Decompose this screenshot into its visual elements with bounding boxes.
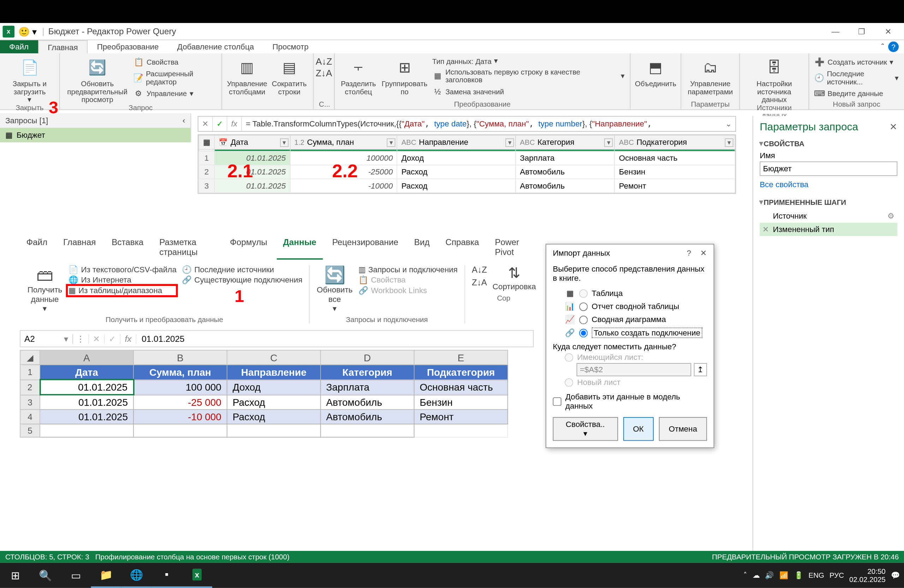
replace-values-button[interactable]: ½Замена значений [432,86,625,98]
table-row[interactable]: 301.01.2025-10000РасходАвтомобильРемонт [199,179,735,193]
excel-tab-data[interactable]: Данные [277,234,323,259]
cloud-icon[interactable]: ☁ [752,571,760,580]
pq-data-grid[interactable]: ▦ 📅Дата▾ 1.2Сумма, план▾ ABCНаправление▾… [198,134,736,194]
explorer-button[interactable]: 📁 [91,563,121,588]
dialog-close-icon[interactable]: ✕ [700,248,707,258]
collapse-icon[interactable]: ‹ [183,116,185,125]
opt-chart[interactable]: 📈Сводная диаграмма [553,313,707,326]
tray-expand-icon[interactable]: ˄ [743,571,747,580]
close-load-button[interactable]: 📄 Закрыть и загрузить ▾ [5,56,54,103]
volume-icon[interactable]: 🔊 [765,571,774,580]
col-E[interactable]: E [414,350,508,365]
lang-2[interactable]: РУС [830,571,844,579]
opt-connection-only[interactable]: 🔗Только создать подключение [553,326,707,339]
col-date[interactable]: 📅Дата▾ [214,135,290,149]
col-sum[interactable]: 1.2Сумма, план▾ [290,135,397,149]
excel-tab-home[interactable]: Главная [57,234,103,259]
opt-pivot[interactable]: 📊Отчет сводной таблицы [553,300,707,313]
lang-1[interactable]: ENG [809,571,824,579]
model-checkbox[interactable] [553,397,561,405]
excel-tab-formulas[interactable]: Формулы [223,234,274,259]
source-settings-button[interactable]: 🗄 Настройки источника данных [745,56,803,103]
fx-icon[interactable]: fx [228,117,242,131]
notifications-icon[interactable]: 💬 [891,571,900,580]
col-B[interactable]: B [133,350,227,365]
col-sub[interactable]: ABCПодкатегория▾ [615,135,735,149]
table-row[interactable]: 201.01.2025-25000РасходАвтомобильБензин [199,165,735,179]
props-section-header[interactable]: СВОЙСТВА [760,140,897,148]
search-button[interactable]: 🔍 [30,563,61,588]
datatype-button[interactable]: Тип данных: Дата ▾ [432,56,625,66]
sort-desc-icon[interactable]: Z↓A [316,68,332,78]
new-source-button[interactable]: ➕Создать источник ▾ [814,56,899,68]
collapse-ribbon-icon[interactable]: ˆ [881,42,884,52]
tab-file[interactable]: Файл [0,40,38,53]
formula-text[interactable]: = Table.TransformColumnTypes(Источник,{{… [242,119,722,128]
excel-tab-insert[interactable]: Вставка [105,234,150,259]
refresh-preview-button[interactable]: 🔄 Обновить предварительный просмотр [65,56,130,103]
chrome-button[interactable]: 🌐 [121,563,152,588]
tab-view[interactable]: Просмотр [263,40,318,53]
reduce-rows-button[interactable]: ▤ Сократить строки [271,56,308,108]
cancel-icon[interactable]: ✕ [89,334,105,344]
radio-conn[interactable] [579,329,588,337]
add-to-model-checkbox[interactable]: Добавить эти данные в модель данных [553,388,707,412]
table-row[interactable]: 4 01.01.2025 -10 000 Расход Автомобиль Р… [20,409,508,424]
maximize-button[interactable]: ❐ [849,23,875,40]
close-panel-icon[interactable]: ✕ [890,121,897,133]
start-button[interactable]: ⊞ [0,563,30,588]
steps-section-header[interactable]: ПРИМЕНЕННЫЕ ШАГИ [760,199,897,207]
query-item[interactable]: ▦ Бюджет [0,128,190,142]
accept-formula-icon[interactable]: ✓ [213,117,228,131]
tab-transform[interactable]: Преобразование [88,40,168,53]
wifi-icon[interactable]: 📶 [779,571,789,580]
enter-data-button[interactable]: ⌨Введите данные [814,88,899,100]
formula-value[interactable]: 01.01.2025 [136,334,184,344]
minimize-button[interactable]: — [822,23,849,40]
table-row[interactable]: 101.01.2025100000ДоходЗарплатаОсновная ч… [199,151,735,165]
terminal-button[interactable]: ▪ [152,563,182,588]
excel-sheet[interactable]: ◢ A B C D E 1 Дата Сумма, план Направлен… [20,350,508,438]
excel-tab-layout[interactable]: Разметка страницы [153,234,221,259]
formula-expand-icon[interactable]: ⌄ [722,119,735,128]
table-row[interactable]: 3 01.01.2025 -25 000 Расход Автомобиль Б… [20,395,508,409]
queries-conn-button[interactable]: ▥Запросы и подключения [359,265,458,274]
manage-button[interactable]: ⚙Управление ▾ [133,88,216,100]
dialog-properties-button[interactable]: Свойства.. ▾ [553,417,618,441]
refresh-all-button[interactable]: 🔄 Обновить все ▾ [316,265,353,313]
enter-icon[interactable]: ✓ [105,334,121,344]
row-3-header[interactable]: 3 [20,395,40,409]
close-button[interactable]: ✕ [875,23,901,40]
cancel-formula-icon[interactable]: ✕ [198,117,213,131]
combine-button[interactable]: ⬒ Объединить [636,56,675,108]
existing-conn-button[interactable]: 🔗Существующие подключения [182,275,303,285]
opt-table[interactable]: ▦Таблица [553,287,707,300]
excel-button[interactable]: x [182,563,212,588]
workbook-links-button[interactable]: 🔗Workbook Links [359,286,458,295]
col-C[interactable]: C [227,350,321,365]
filter-icon[interactable]: ▾ [387,138,395,147]
sort-asc-button[interactable]: A↓ZZ↓A [471,265,487,291]
filter-icon[interactable]: ▾ [605,138,613,147]
radio-chart[interactable] [579,315,588,324]
corner-cell[interactable]: ▦ [199,135,215,149]
namebox-drop-icon[interactable]: ▾ [64,334,68,344]
all-props-link[interactable]: Все свойства [760,180,897,189]
status-profiling[interactable]: Профилирование столбца на основе первых … [95,553,289,560]
col-A[interactable]: A [40,350,133,365]
row-5-header[interactable]: 5 [20,424,40,437]
sort-button[interactable]: ⇅ Сортировка [493,265,536,291]
filter-icon[interactable]: ▾ [505,138,514,147]
split-column-button[interactable]: ⫟ Разделить столбец [340,56,377,100]
row-4-header[interactable]: 4 [20,409,40,424]
manage-columns-button[interactable]: ▥ Управление столбцами [228,56,267,108]
from-csv-button[interactable]: 📄Из текстового/CSV-файла [68,265,177,274]
select-all-corner[interactable]: ◢ [20,350,40,365]
tab-addcolumn[interactable]: Добавление столбца [168,40,264,53]
get-data-button[interactable]: 🗃 Получить данные ▾ [27,265,63,313]
properties-button[interactable]: 📋Свойства [133,56,216,68]
conn-props-button[interactable]: 📋Свойства [359,275,458,285]
excel-tab-view[interactable]: Вид [408,234,436,259]
step-source[interactable]: Источник⚙ [760,209,897,223]
insert-cell-icon[interactable]: ⋮ [73,334,89,344]
